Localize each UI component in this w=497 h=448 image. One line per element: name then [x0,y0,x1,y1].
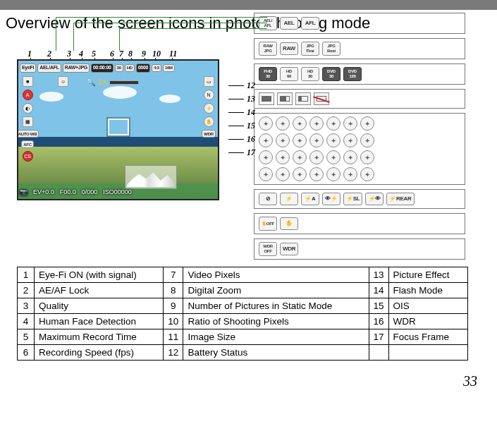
effect-icon: ✦ [309,116,324,131]
palette-chip: HD30 [301,67,319,81]
palette-column: AEL/AFLAELAFL RAWJPGRAWJPGFineJPGBest FH… [254,13,465,260]
effect-icon: ✦ [276,116,290,131]
callout-16: 16 [228,133,255,146]
legend-number: 10 [164,314,183,329]
lcd-column: 1234567891011 EyeFi AEL/AFL RAW+JPG 00 [17,40,243,200]
table-row: 6Recording Speed (fps)12Battery Status [18,345,468,361]
aeafl-icon: AEL/AFL [37,63,61,73]
diagram-row: 1234567891011 EyeFi AEL/AFL RAW+JPG 00 [17,40,490,260]
face-detect-icon: ☺ [58,76,68,87]
palette-wdr: WDROFFWDR [254,238,465,260]
effect-icon: ✦ [309,167,324,181]
legend-number [369,345,388,361]
legend-text [388,345,467,361]
legend-text: AE/AF Lock [35,283,164,298]
table-row: 1Eye-Fi ON (with signal)7Video Pixels13P… [18,267,468,283]
image-size-icon: 16M [163,64,175,72]
palette-chip: ⚡SL [343,193,362,205]
legend-number: 12 [164,345,183,361]
battery-level-icon [277,92,293,105]
legend-number: 2 [18,283,35,298]
legend-text: Picture Effect [388,267,467,283]
palette-picture-effect: ✦✦✦✦✦✦✦✦✦✦✦✦✦✦✦✦✦✦✦✦✦✦✦✦✦✦✦✦ [254,113,465,185]
legend-number: 16 [369,314,388,329]
palette-battery [254,89,465,109]
effect-icon: ✦ [293,150,307,164]
effect-icon: ✦ [343,167,357,181]
lcd-wrap: EyeFi AEL/AFL RAW+JPG 00:00:00 30 HD 000… [17,59,243,200]
shots-value: 0/000 [82,188,98,195]
wdr-icon: WDR [202,130,215,138]
effect-icon: ✦ [326,133,340,147]
legend-number: 8 [164,283,183,298]
palette-chip: DVD120 [343,67,362,81]
fnumber-value: F00.0 [60,188,76,195]
legend-text: Battery Status [183,345,369,361]
callout-17: 17 [228,146,255,159]
palette-chip: WDROFF [259,242,277,256]
ois-icon: ✋ [204,116,214,127]
palette-quality: RAWJPGRAWJPGFineJPGBest [254,38,465,59]
table-row: 5Maximum Record Time11Image Size17Focus … [18,329,468,345]
page-number: 33 [0,361,497,396]
effect-icon: ✦ [360,116,374,131]
legend-text: Flash Mode [388,283,467,298]
legend-number: 17 [369,329,388,345]
picture-effect-icon: N [204,90,214,100]
effect-icon: ✦ [276,150,290,164]
effect-icon: ✦ [276,133,290,147]
legend-text: Focus Frame [388,329,467,345]
legend-text: Quality [35,298,164,314]
lcd-right-col: ▭ N ⚡ ✋ WDR [201,76,216,138]
palette-aeafl: AEL/AFLAELAFL [254,13,465,34]
zoom-value: 2x [99,78,106,86]
legend-number: 1 [18,267,35,283]
legend-number: 4 [18,314,35,329]
cs-icon: CS [23,151,33,162]
legend-number: 6 [18,345,35,361]
palette-chip: ⚡👁 [365,193,384,205]
callout-10: 10 [152,49,161,59]
effect-icon: ✦ [259,133,273,147]
battery-level-icon [314,92,329,105]
palette-chip: AEL/AFL [259,16,277,30]
right-callout-numbers: 121314151617 [228,79,255,159]
battery-level-icon [295,92,311,105]
effect-icon: ✦ [343,150,357,164]
video-pixels-icon: HD [125,64,135,72]
effect-icon: ✦ [309,150,324,164]
legend-number: 9 [164,298,183,314]
quality-icon: RAW+JPG [63,63,90,73]
legend-text: Maximum Record Time [35,329,164,345]
pic-count-indicator: 0000 [136,63,150,73]
palette-chip: DVD30 [322,67,340,81]
legend-text: Human Face Detection [35,314,164,329]
legend-text: Ratio of Shooting Pixels [183,314,369,329]
palette-video-size: FHD30HD60HD30DVD30DVD120 [254,63,465,85]
legend-table: 1Eye-Fi ON (with signal)7Video Pixels13P… [17,267,468,361]
callout-13: 13 [228,92,255,106]
callout-4: 4 [79,49,83,59]
palette-chip: ⚡ [280,193,298,205]
iso-value: ISO00000 [103,188,132,195]
effect-icon: ✦ [293,133,307,147]
awb-icon: AUTO WB [17,130,39,138]
legend-text: Number of Pictures in Static Mode [183,298,369,314]
content-area: 1234567891011 EyeFi AEL/AFL RAW+JPG 00 [0,35,497,361]
legend-text: Image Size [183,329,369,345]
effect-icon: ✦ [259,150,273,164]
palette-ois: ✋OFF✋ [254,213,465,234]
callout-11: 11 [169,49,177,59]
effect-icon: ✦ [326,150,340,164]
page-top-bar [0,0,497,10]
legend-text: Recording Speed (fps) [35,345,164,361]
palette-chip: WDR [280,243,298,255]
palette-chip: AEL [280,17,298,30]
self-timer-icon: ◐ [23,103,33,114]
callout-5: 5 [92,49,96,59]
callout-7: 7 [119,49,123,59]
top-callout-numbers: 1234567891011 [17,40,243,59]
palette-chip: ⚡REAR [386,193,414,205]
camera-lcd: EyeFi AEL/AFL RAW+JPG 00:00:00 30 HD 000… [17,59,219,200]
lcd-bottom-row: 📷 EV+0.0 F00.0 0/000 ISO00000 [20,186,216,198]
